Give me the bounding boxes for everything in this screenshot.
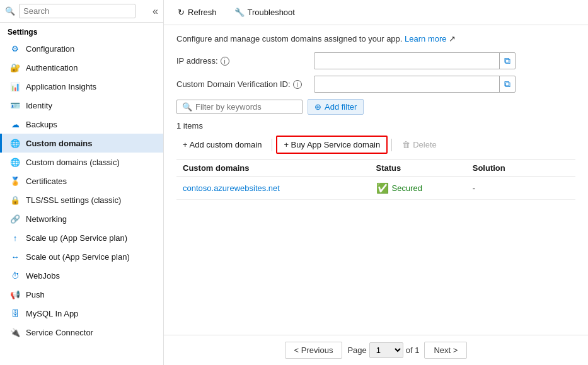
table-header: Custom domains Status Solution bbox=[176, 159, 575, 177]
delete-label: Delete bbox=[413, 140, 437, 149]
buy-app-service-domain-button[interactable]: + Buy App Service domain bbox=[276, 136, 388, 154]
sidebar-item-custom-domains[interactable]: 🌐 Custom domains bbox=[0, 134, 163, 153]
previous-button[interactable]: < Previous bbox=[285, 342, 343, 359]
custom-domains-icon: 🌐 bbox=[9, 137, 21, 149]
push-icon: 📢 bbox=[9, 289, 21, 300]
settings-section-label: Settings bbox=[0, 23, 163, 39]
col-header-solution: Solution bbox=[473, 163, 569, 173]
sidebar-item-label-identity: Identity bbox=[26, 101, 52, 110]
custom-domains-classic-icon: 🌐 bbox=[9, 156, 21, 168]
refresh-button[interactable]: ↻ Refresh bbox=[174, 5, 221, 20]
page-label: Page bbox=[347, 345, 366, 355]
networking-icon: 🔗 bbox=[9, 213, 21, 224]
status-label-0: Secured bbox=[392, 183, 422, 193]
add-filter-label: Add filter bbox=[325, 102, 357, 112]
add-filter-button[interactable]: ⊕ Add filter bbox=[308, 99, 364, 115]
backups-icon: ☁ bbox=[9, 119, 21, 130]
sidebar-item-label-authentication: Authentication bbox=[26, 63, 78, 72]
refresh-label: Refresh bbox=[188, 8, 217, 17]
sidebar-item-backups[interactable]: ☁ Backups bbox=[0, 115, 163, 134]
sidebar-item-scale-up[interactable]: ↑ Scale up (App Service plan) bbox=[0, 228, 163, 247]
description-text: Configure and manage custom domains assi… bbox=[176, 34, 575, 43]
certificates-icon: 🏅 bbox=[9, 175, 21, 187]
sidebar-item-authentication[interactable]: 🔐 Authentication bbox=[0, 58, 163, 77]
application-insights-icon: 📊 bbox=[9, 81, 21, 92]
sidebar-item-push[interactable]: 📢 Push bbox=[0, 285, 163, 304]
refresh-icon: ↻ bbox=[178, 8, 185, 17]
sidebar-item-scale-out[interactable]: ↔ Scale out (App Service plan) bbox=[0, 247, 163, 266]
sidebar-item-label-push: Push bbox=[26, 290, 45, 299]
search-icon: 🔍 bbox=[5, 6, 15, 16]
status-cell-0: ✅ Secured bbox=[376, 182, 473, 194]
pagination: < Previous Page 1 of 1 Next > bbox=[164, 335, 588, 365]
items-count: 1 items bbox=[176, 121, 575, 130]
domain-link-0[interactable]: contoso.azurewebsites.net bbox=[183, 183, 280, 193]
custom-domain-id-label: Custom Domain Verification ID: i bbox=[176, 79, 309, 89]
sidebar-item-label-certificates: Certificates bbox=[26, 177, 67, 186]
configuration-icon: ⚙ bbox=[9, 43, 21, 54]
delete-icon: 🗑 bbox=[402, 140, 410, 149]
action-bar: + Add custom domain + Buy App Service do… bbox=[176, 136, 575, 159]
sidebar-item-label-webjobs: WebJobs bbox=[26, 271, 60, 281]
scale-out-icon: ↔ bbox=[9, 251, 21, 262]
page-select[interactable]: 1 bbox=[369, 342, 403, 358]
sidebar-item-application-insights[interactable]: 📊 Application Insights bbox=[0, 77, 163, 96]
action-separator-2 bbox=[391, 139, 392, 151]
ip-address-row: IP address: i ⧉ bbox=[176, 52, 575, 69]
custom-domain-id-copy-button[interactable]: ⧉ bbox=[499, 76, 515, 92]
next-button[interactable]: Next > bbox=[424, 342, 467, 359]
tls-ssl-settings-icon: 🔒 bbox=[9, 194, 21, 206]
troubleshoot-button[interactable]: 🔧 Troubleshoot bbox=[231, 5, 299, 20]
custom-domain-id-input[interactable] bbox=[314, 77, 499, 91]
sidebar-item-custom-domains-classic[interactable]: 🌐 Custom domains (classic) bbox=[0, 153, 163, 171]
collapse-sidebar-button[interactable]: « bbox=[153, 6, 158, 17]
scale-up-icon: ↑ bbox=[9, 232, 21, 243]
ip-address-label: IP address: i bbox=[176, 56, 309, 66]
ip-address-copy-button[interactable]: ⧉ bbox=[499, 53, 515, 69]
sidebar-item-configuration[interactable]: ⚙ Configuration bbox=[0, 39, 163, 58]
sidebar-item-label-scale-out: Scale out (App Service plan) bbox=[26, 252, 130, 262]
page-select-wrapper: Page 1 of 1 bbox=[347, 342, 419, 358]
sidebar-item-label-networking: Networking bbox=[26, 214, 67, 224]
mysql-in-app-icon: 🗄 bbox=[9, 308, 21, 319]
sidebar-item-label-tls-ssl-settings: TLS/SSL settings (classic) bbox=[26, 195, 121, 205]
identity-icon: 🪪 bbox=[9, 100, 21, 111]
sidebar-items-container: ⚙ Configuration 🔐 Authentication 📊 Appli… bbox=[0, 39, 163, 342]
custom-domain-id-input-wrapper: ⧉ bbox=[314, 76, 516, 93]
action-separator-1 bbox=[272, 139, 272, 151]
add-filter-icon: ⊕ bbox=[314, 102, 321, 112]
sidebar-item-label-backups: Backups bbox=[26, 120, 57, 129]
webjobs-icon: ⏱ bbox=[9, 270, 21, 281]
content-area: Configure and manage custom domains assi… bbox=[164, 25, 588, 335]
delete-button[interactable]: 🗑 Delete bbox=[396, 137, 443, 153]
custom-domain-id-row: Custom Domain Verification ID: i ⧉ bbox=[176, 76, 575, 93]
sidebar-item-tls-ssl-settings[interactable]: 🔒 TLS/SSL settings (classic) bbox=[0, 190, 163, 209]
ip-address-input[interactable] bbox=[314, 54, 499, 68]
sidebar-item-networking[interactable]: 🔗 Networking bbox=[0, 209, 163, 228]
sidebar-item-certificates[interactable]: 🏅 Certificates bbox=[0, 171, 163, 190]
troubleshoot-icon: 🔧 bbox=[234, 8, 245, 17]
solution-cell-0: - bbox=[473, 183, 569, 193]
sidebar-item-label-custom-domains: Custom domains bbox=[26, 139, 92, 148]
sidebar-item-service-connector[interactable]: 🔌 Service Connector bbox=[0, 323, 163, 342]
buy-domain-label: + Buy App Service domain bbox=[284, 140, 380, 149]
sidebar-item-label-mysql-in-app: MySQL In App bbox=[26, 309, 78, 318]
table-rows-container: contoso.azurewebsites.net ✅ Secured - bbox=[176, 177, 575, 200]
sidebar-item-webjobs[interactable]: ⏱ WebJobs bbox=[0, 266, 163, 285]
search-input[interactable] bbox=[19, 4, 135, 18]
custom-domain-id-info-icon[interactable]: i bbox=[293, 80, 302, 89]
sidebar: 🔍 « Settings ⚙ Configuration 🔐 Authentic… bbox=[0, 0, 164, 365]
secured-icon-0: ✅ bbox=[376, 182, 389, 194]
sidebar-item-label-application-insights: Application Insights bbox=[26, 82, 96, 91]
col-header-status: Status bbox=[376, 163, 473, 173]
sidebar-item-identity[interactable]: 🪪 Identity bbox=[0, 96, 163, 115]
sidebar-search-bar: 🔍 « bbox=[0, 0, 163, 23]
ip-address-info-icon[interactable]: i bbox=[221, 57, 229, 66]
add-domain-label: + Add custom domain bbox=[183, 140, 262, 149]
authentication-icon: 🔐 bbox=[9, 62, 21, 73]
add-custom-domain-button[interactable]: + Add custom domain bbox=[176, 137, 268, 153]
filter-bar: 🔍 ⊕ Add filter bbox=[176, 99, 575, 115]
sidebar-item-mysql-in-app[interactable]: 🗄 MySQL In App bbox=[0, 304, 163, 323]
learn-more-link[interactable]: Learn more bbox=[405, 34, 446, 43]
filter-input[interactable] bbox=[195, 102, 297, 112]
